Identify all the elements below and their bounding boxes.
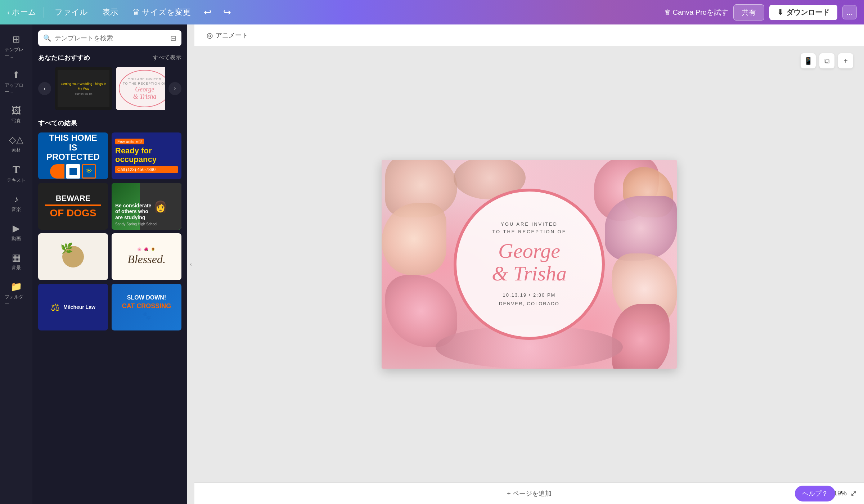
floral-element: 🌿	[59, 242, 87, 271]
rose-3	[605, 196, 677, 261]
sidebar-item-templates[interactable]: ⊞ テンプレー...	[2, 30, 31, 63]
file-menu[interactable]: ファイル	[51, 5, 91, 20]
header-left: ‹ ホーム ファイル 表示 ♛ サイズを変更 ↩ ↪	[7, 5, 233, 20]
undo-button[interactable]: ↩	[202, 5, 214, 20]
main-container: ⊞ テンプレー... ⬆ アップロー... 🖼 写真 ◇△ 素材 T テキスト …	[0, 24, 864, 504]
phone-preview-button[interactable]: 📱	[801, 53, 816, 68]
background-icon: ▦	[12, 252, 21, 263]
template-card-cat[interactable]: SLOW DOWN! CAT CROSSING 🐾	[112, 284, 181, 330]
shape-orange	[50, 164, 64, 179]
card-text-home-protected: THIS HOMEIS PROTECTED	[42, 133, 104, 162]
shape-white	[66, 164, 80, 179]
add-page-icon-button[interactable]: +	[838, 53, 853, 68]
template-card-library[interactable]: 👩 Be considerateof others whoare studyin…	[112, 183, 181, 230]
template-card-beware[interactable]: BEWARE OF DOGS	[38, 183, 108, 230]
rose-8	[385, 275, 457, 347]
template-card-blessed[interactable]: 🌸 🌺 🌻 Blessed.	[112, 233, 181, 280]
download-button[interactable]: ⬇ ダウンロード	[769, 5, 837, 20]
results-grid: THIS HOMEIS PROTECTED 👁 Few units left! …	[38, 132, 181, 330]
law-scales-icon: ⚖	[51, 301, 60, 313]
template-card-law[interactable]: ⚖ Milcheur Law	[38, 284, 108, 330]
sidebar-item-music[interactable]: ♪ 音楽	[2, 190, 31, 216]
search-bar: 🔍 ⊟	[38, 30, 181, 46]
sidebar-item-video[interactable]: ▶ 動画	[2, 219, 31, 246]
card-occupancy-text: Ready foroccupancy	[115, 147, 178, 164]
beware-divider	[45, 204, 101, 206]
more-button[interactable]: ...	[842, 5, 857, 19]
carousel-prev[interactable]: ‹	[38, 82, 51, 95]
search-input[interactable]	[55, 35, 167, 42]
carousel-next[interactable]: ›	[168, 82, 181, 95]
carousel-items: Getting Your Wedding Things in My Way au…	[55, 67, 165, 110]
filter-icon[interactable]: ⊟	[170, 34, 176, 42]
help-button[interactable]: ヘルプ？	[795, 486, 835, 501]
share-button[interactable]: 共有	[733, 4, 764, 21]
template-card-occupancy[interactable]: Few units left! Ready foroccupancy Call …	[112, 132, 181, 179]
carousel-item-1[interactable]: Getting Your Wedding Things in My Way au…	[55, 67, 112, 110]
sidebar-label-music: 音楽	[12, 206, 21, 213]
blessed-floral-text: 🌸 🌺 🌻	[127, 247, 166, 251]
invited-text: YOU ARE INVITED TO THE RECEPTION OF	[492, 221, 566, 236]
download-icon: ⬇	[777, 8, 783, 17]
shape-eye: 👁	[82, 164, 96, 179]
templates-icon: ⊞	[12, 34, 20, 45]
canva-pro-button[interactable]: ♛ Canva Proを試す	[664, 8, 729, 17]
sidebar-item-uploads[interactable]: ⬆ アップロー...	[2, 66, 31, 99]
card-occupancy-phone: Call (123) 456-7890	[115, 166, 178, 173]
duplicate-button[interactable]: ⧉	[819, 53, 834, 68]
ampersand-name: & Trisha	[492, 262, 567, 285]
size-menu[interactable]: ♛ サイズを変更	[129, 5, 194, 20]
redo-button[interactable]: ↪	[221, 5, 233, 20]
recommended-carousel: ‹ Getting Your Wedding Things in My Way …	[38, 67, 181, 110]
panel-collapse-handle[interactable]: ‹	[187, 24, 194, 504]
animate-icon: ◎	[207, 31, 213, 40]
sidebar-item-text[interactable]: T テキスト	[2, 160, 31, 187]
sidebar-item-photos[interactable]: 🖼 写真	[2, 102, 31, 128]
date-line1: 10.13.19 • 2:30 PM	[503, 292, 556, 298]
zoom-expand-icon[interactable]: ⤢	[850, 489, 857, 498]
card-occupancy-badge: Few units left!	[115, 139, 144, 144]
folder-icon: 📁	[10, 281, 22, 292]
sidebar-label-background: 背景	[12, 265, 21, 271]
paw-icon: 🐾	[142, 311, 151, 320]
carousel-item-2[interactable]: YOU ARE INVITEDTO THE RECEPTION OF Georg…	[116, 67, 165, 110]
name1: George	[498, 239, 560, 262]
all-results-title: すべての結果	[38, 119, 181, 127]
crown-icon: ♛	[132, 8, 140, 17]
library-text: Be considerateof others whoare studying	[115, 203, 178, 221]
search-icon: 🔍	[43, 34, 51, 42]
photos-icon: 🖼	[12, 105, 21, 116]
animate-button[interactable]: ◎ アニメート	[202, 28, 253, 42]
sidebar-item-elements[interactable]: ◇△ 素材	[2, 131, 31, 157]
wedding-card: YOU ARE INVITED TO THE RECEPTION OF Geor…	[382, 160, 677, 369]
sidebar-label-uploads: アップロー...	[5, 82, 28, 95]
app-header: ‹ ホーム ファイル 表示 ♛ サイズを変更 ↩ ↪ ♛ Canva Proを試…	[0, 0, 864, 24]
recommended-header: あなたにおすすめ すべて表示	[38, 53, 181, 62]
separator	[44, 7, 44, 18]
library-sub: Sandy Spring High School	[115, 222, 178, 226]
sidebar-label-video: 動画	[12, 235, 21, 242]
template-card-floral[interactable]: 🌿	[38, 233, 108, 280]
cat-text2: CAT CROSSING	[122, 302, 171, 310]
law-text: Milcheur Law	[63, 304, 95, 310]
invited-line2: TO THE RECEPTION OF	[492, 229, 566, 234]
canvas-toolbar: ◎ アニメート	[194, 24, 864, 46]
canvas-workspace[interactable]: 📱 ⧉ +	[194, 46, 864, 482]
sidebar-item-folder[interactable]: 📁 フォルダー	[2, 278, 31, 310]
show-all-link[interactable]: すべて表示	[153, 54, 181, 62]
chevron-left-icon: ‹	[7, 8, 10, 17]
card-beware-text1: BEWARE	[56, 194, 91, 203]
canvas-bottom: + ページを追加 119% ⤢ ヘルプ？	[194, 482, 864, 504]
view-menu[interactable]: 表示	[99, 5, 122, 20]
home-button[interactable]: ‹ ホーム	[7, 7, 36, 18]
music-icon: ♪	[14, 194, 19, 205]
card-home-shapes: 👁	[50, 164, 96, 179]
sidebar-item-background[interactable]: ▦ 背景	[2, 248, 31, 275]
sidebar-label-text: テキスト	[7, 177, 26, 184]
sidebar-label-folder: フォルダー	[5, 294, 28, 307]
video-icon: ▶	[13, 223, 20, 234]
canvas-top-tools: 📱 ⧉ +	[801, 53, 853, 68]
blessed-content: 🌸 🌺 🌻 Blessed.	[127, 247, 166, 266]
add-page-button[interactable]: + ページを追加	[500, 486, 559, 501]
template-card-home-protected[interactable]: THIS HOMEIS PROTECTED 👁	[38, 132, 108, 179]
